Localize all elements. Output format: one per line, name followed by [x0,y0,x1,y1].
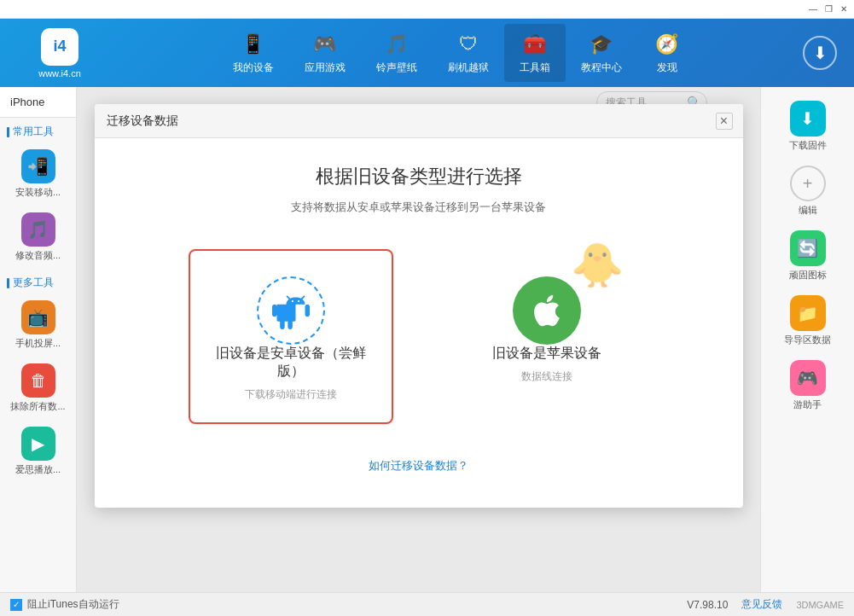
nav-item-my-device[interactable]: 📱 我的设备 [218,24,289,82]
game-helper-icon: 🎮 [790,360,826,396]
main-area: 🔍 🐥 迁移设备数据 × 根据旧设备类型进行选择 支持将数据从安卓或苹果设备迁移… [77,87,760,592]
version-label: V7.98.10 [687,599,728,611]
tutorials-icon: 🎓 [588,31,615,58]
watermark-label: 3DMGAME [796,600,844,610]
feedback-label[interactable]: 意见反馈 [741,597,782,612]
apple-icon [513,276,581,345]
right-panel: ⬇ 下载固件 + 编辑 🔄 顽固图标 📁 导导区数据 🎮 游助手 [760,87,854,592]
logo-area: i4 www.i4.cn [9,28,111,78]
title-bar: — ❐ ✕ [0,0,854,19]
screen-mirror-icon: 📺 [21,300,55,334]
content-wrapper: iPhone 常用工具 📲 安装移动... 🎵 修改音频... 更多工具 📺 手… [0,87,854,592]
logo-url: www.i4.cn [38,68,81,78]
right-item-import-data[interactable]: 📁 导导区数据 [761,290,854,352]
migrate-modal: 迁移设备数据 × 根据旧设备类型进行选择 支持将数据从安卓或苹果设备迁移到另一台… [95,104,743,508]
sidebar-item-install-app[interactable]: 📲 安装移动... [0,142,76,206]
android-option-title: 旧设备是安卓设备（尝鲜版） [207,345,375,381]
nav-item-discover[interactable]: 🧭 发现 [637,24,697,82]
import-data-icon: 📁 [790,295,826,331]
android-option-subtitle: 下载移动端进行连接 [245,387,337,402]
modal-body: 根据旧设备类型进行选择 支持将数据从安卓或苹果设备迁移到另一台苹果设备 旧设备是… [95,138,743,508]
nav-bar: 📱 我的设备 🎮 应用游戏 🎵 铃声壁纸 🛡 刷机越狱 🧰 工具箱 🎓 教程中心… [119,24,794,82]
modify-ringtone-icon: 🎵 [21,212,55,247]
right-item-download-firmware[interactable]: ⬇ 下载固件 [761,96,854,157]
toolbox-icon: 🧰 [521,31,549,58]
modal-close-button[interactable]: × [716,113,733,130]
sidebar: iPhone 常用工具 📲 安装移动... 🎵 修改音频... 更多工具 📺 手… [0,87,77,592]
maximize-button[interactable]: ❐ [822,3,835,16]
sidebar-device-label: iPhone [0,87,76,118]
header-right: ⬇ [794,36,845,70]
itunes-checkbox[interactable]: ✓ [10,599,22,611]
discover-icon: 🧭 [654,31,681,58]
modal-title: 迁移设备数据 [107,113,178,129]
play-music-icon: ▶ [21,427,55,461]
logo-icon: i4 [41,28,78,66]
apple-option-subtitle: 数据线连接 [521,369,572,384]
status-right: V7.98.10 意见反馈 3DMGAME [687,597,844,612]
install-app-icon: 📲 [21,149,55,183]
sidebar-section-common-tools: 常用工具 [0,118,76,142]
how-to-migrate-link[interactable]: 如何迁移设备数据？ [369,458,468,474]
nav-item-apps-games[interactable]: 🎮 应用游戏 [289,24,361,82]
apps-games-icon: 🎮 [311,31,339,58]
status-left: ✓ 阻止iTunes自动运行 [10,597,119,612]
section-bar-indicator [7,127,9,137]
nav-label-jailbreak: 刷机越狱 [448,61,489,75]
modal-heading: 根据旧设备类型进行选择 [129,164,709,189]
right-item-edit[interactable]: + 编辑 [761,160,854,222]
nav-label-tutorials: 教程中心 [581,61,622,75]
apple-option-title: 旧设备是苹果设备 [492,345,601,363]
nav-label-discover: 发现 [657,61,677,75]
nav-label-toolbox: 工具箱 [520,61,550,75]
sidebar-section-more-tools: 更多工具 [0,269,76,293]
download-button[interactable]: ⬇ [803,36,837,70]
close-button[interactable]: ✕ [837,3,851,16]
sidebar-item-play-music[interactable]: ▶ 爱思播放... [0,420,76,483]
nav-label-my-device: 我的设备 [233,61,274,75]
apple-option-card[interactable]: 旧设备是苹果设备 数据线连接 [444,249,649,424]
nav-label-ringtones: 铃声壁纸 [376,61,417,75]
options-row: 旧设备是安卓设备（尝鲜版） 下载移动端进行连接 旧设备是苹果设备 数据 [129,249,709,424]
modal-header: 迁移设备数据 × [95,104,743,138]
right-item-game-helper[interactable]: 🎮 游助手 [761,355,854,416]
nav-item-ringtones[interactable]: 🎵 铃声壁纸 [361,24,433,82]
nav-label-apps-games: 应用游戏 [305,61,346,75]
my-device-icon: 📱 [240,31,267,58]
minimize-button[interactable]: — [806,3,820,16]
nav-item-tutorials[interactable]: 🎓 教程中心 [566,24,637,82]
edit-icon: + [790,166,826,201]
ringtones-icon: 🎵 [383,31,410,58]
modal-subtext: 支持将数据从安卓或苹果设备迁移到另一台苹果设备 [129,200,709,215]
android-icon [257,276,325,345]
jailbreak-icon: 🛡 [455,31,482,58]
status-bar: ✓ 阻止iTunes自动运行 V7.98.10 意见反馈 3DMGAME [0,592,854,616]
download-firmware-icon: ⬇ [790,101,826,137]
android-option-card[interactable]: 旧设备是安卓设备（尝鲜版） 下载移动端进行连接 [189,249,393,424]
itunes-label: 阻止iTunes自动运行 [27,597,119,612]
sidebar-item-erase-data[interactable]: 🗑 抹除所有数... [0,357,76,420]
section-bar-indicator-2 [7,278,9,288]
sidebar-item-modify-ringtone[interactable]: 🎵 修改音频... [0,206,76,269]
restore-icon: 🔄 [790,230,826,266]
modal-overlay: 🐥 迁移设备数据 × 根据旧设备类型进行选择 支持将数据从安卓或苹果设备迁移到另… [77,87,760,592]
nav-item-toolbox[interactable]: 🧰 工具箱 [504,24,566,82]
erase-data-icon: 🗑 [21,363,55,398]
right-item-restore-icon[interactable]: 🔄 顽固图标 [761,225,854,287]
sidebar-item-screen-mirror[interactable]: 📺 手机投屏... [0,293,76,357]
nav-item-jailbreak[interactable]: 🛡 刷机越狱 [433,24,504,82]
header: i4 www.i4.cn 📱 我的设备 🎮 应用游戏 🎵 铃声壁纸 🛡 刷机越狱… [0,19,854,87]
